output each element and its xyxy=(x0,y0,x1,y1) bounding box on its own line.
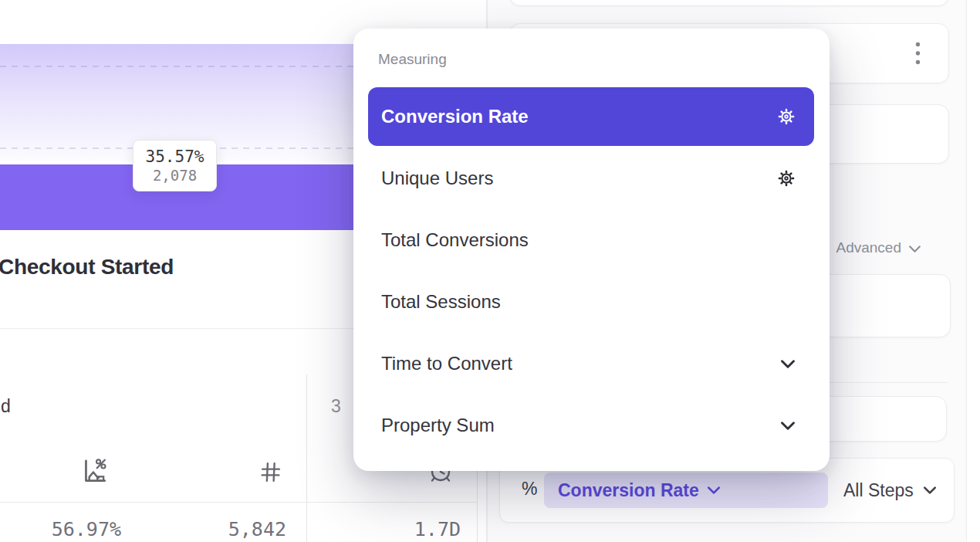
menu-item-unique-users[interactable]: Unique Users xyxy=(368,149,814,208)
chevron-down-icon xyxy=(707,486,721,495)
all-steps-dropdown-button[interactable]: All Steps xyxy=(843,473,937,508)
menu-item-label: Property Sum xyxy=(381,415,495,436)
menu-item-label: Total Sessions xyxy=(381,291,501,313)
chevron-down-icon[interactable] xyxy=(908,245,921,253)
count-icon[interactable] xyxy=(258,459,283,485)
funnel-bar-tooltip: 35.57% 2,078 xyxy=(133,140,217,191)
menu-item-label: Time to Convert xyxy=(381,353,512,374)
table-header-step-number: 3 xyxy=(331,396,341,417)
screen: 35.57% 2,078 Checkout Started d 3 xyxy=(0,0,980,542)
menu-item-label: Total Conversions xyxy=(381,229,529,251)
table-header-step-truncated: d xyxy=(1,396,11,417)
menu-item-time-to-convert[interactable]: Time to Convert xyxy=(368,334,814,393)
menu-item-label: Unique Users xyxy=(381,168,493,189)
measuring-dropdown-button[interactable]: Conversion Rate xyxy=(544,473,828,508)
panel-edge-divider xyxy=(966,0,967,542)
metric-value-time: 1.7D xyxy=(353,518,461,540)
menu-item-label: Conversion Rate xyxy=(381,106,529,127)
menu-item-property-sum[interactable]: Property Sum xyxy=(368,396,814,455)
gear-icon[interactable] xyxy=(777,107,796,126)
tooltip-conversion-rate: 35.57% xyxy=(146,147,204,166)
chevron-down-icon xyxy=(780,421,796,431)
measuring-dropdown-label: Conversion Rate xyxy=(558,480,699,501)
page-margin xyxy=(967,0,980,542)
dropdown-section-label: Measuring xyxy=(378,51,447,68)
metric-value-count: 5,842 xyxy=(178,518,286,540)
all-steps-label: All Steps xyxy=(843,480,914,501)
conversion-rate-icon[interactable] xyxy=(79,457,109,486)
menu-item-total-conversions[interactable]: Total Conversions xyxy=(368,211,814,269)
table-column-divider xyxy=(306,374,307,542)
menu-item-total-sessions[interactable]: Total Sessions xyxy=(368,273,814,331)
tooltip-count: 2,078 xyxy=(153,167,197,184)
funnel-step-label: Checkout Started xyxy=(0,255,174,279)
measuring-dropdown-menu: Measuring Conversion Rate Unique Users xyxy=(353,29,830,471)
gear-icon[interactable] xyxy=(777,169,796,188)
chevron-down-icon xyxy=(923,486,937,495)
query-step-card[interactable] xyxy=(509,0,949,6)
metric-value-conversion-rate: 56.97% xyxy=(13,518,121,540)
table-row-divider xyxy=(0,502,477,503)
metric-type-percent-label: % xyxy=(522,479,537,500)
kebab-menu-icon[interactable] xyxy=(912,40,923,66)
chevron-down-icon xyxy=(780,359,796,369)
menu-item-conversion-rate[interactable]: Conversion Rate xyxy=(368,87,814,146)
